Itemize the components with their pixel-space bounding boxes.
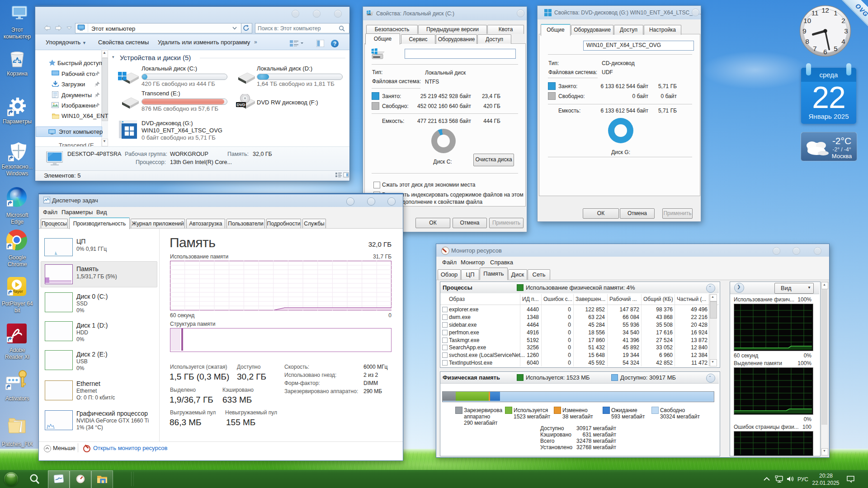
svg-text:10: 10 [803, 17, 811, 24]
svg-text:7: 7 [813, 45, 816, 52]
svg-text:4: 4 [841, 38, 845, 45]
svg-text:6: 6 [823, 48, 827, 56]
svg-text:1: 1 [834, 9, 837, 17]
svg-text:11: 11 [811, 9, 819, 17]
svg-text:3: 3 [844, 27, 848, 35]
svg-text:DVD: DVD [236, 103, 245, 107]
svg-text:5: 5 [834, 45, 837, 52]
svg-text:8: 8 [806, 38, 809, 45]
svg-text:9: 9 [802, 27, 806, 35]
svg-text:2: 2 [841, 17, 845, 24]
svg-text:12: 12 [821, 6, 829, 14]
